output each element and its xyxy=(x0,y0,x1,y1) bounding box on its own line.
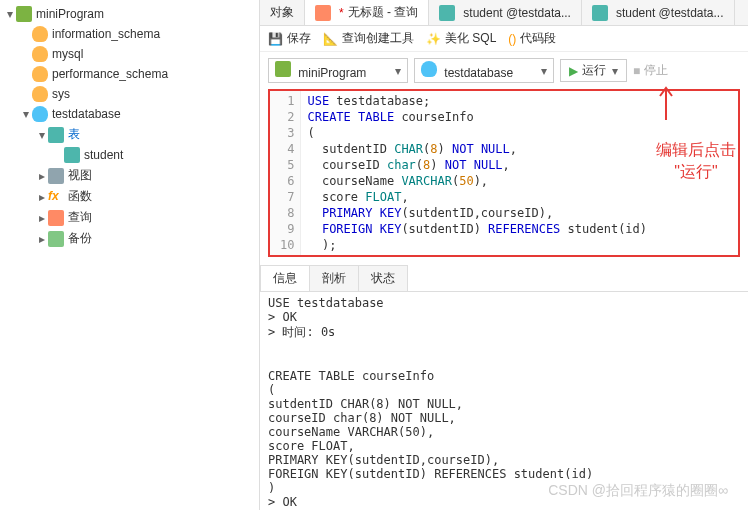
connection-tree: ▾miniProgram information_schema mysql pe… xyxy=(0,0,260,510)
table-icon xyxy=(439,5,455,21)
save-icon: 💾 xyxy=(268,32,283,46)
annotation-text: 编辑后点击"运行" xyxy=(656,139,736,183)
modified-indicator: * xyxy=(339,6,344,20)
fx-icon: fx xyxy=(48,189,64,205)
chevron-down-icon: ▾ xyxy=(541,64,547,78)
output-tabs: 信息 剖析 状态 xyxy=(260,265,748,292)
tab-table-student-2[interactable]: student @testdata... xyxy=(582,0,735,25)
run-button[interactable]: ▶运行▾ xyxy=(560,59,627,82)
tree-db[interactable]: sys xyxy=(0,84,259,104)
tree-backup-group[interactable]: ▸备份 xyxy=(0,228,259,249)
stop-icon: ■ xyxy=(633,64,640,78)
tree-db[interactable]: performance_schema xyxy=(0,64,259,84)
output-tab-profile[interactable]: 剖析 xyxy=(309,265,359,291)
output-panel[interactable]: USE testdatabase > OK > 时间: 0s CREATE TA… xyxy=(260,292,748,510)
tree-connection[interactable]: ▾miniProgram xyxy=(0,4,259,24)
output-tab-status[interactable]: 状态 xyxy=(358,265,408,291)
play-icon: ▶ xyxy=(569,64,578,78)
builder-icon: 📐 xyxy=(323,32,338,46)
line-gutter: 12345678910 xyxy=(270,91,301,255)
chevron-down-icon: ▾ xyxy=(612,64,618,78)
connection-icon xyxy=(275,61,291,77)
table-icon xyxy=(592,5,608,21)
tree-db[interactable]: information_schema xyxy=(0,24,259,44)
tab-query-untitled[interactable]: *无标题 - 查询 xyxy=(305,0,429,25)
tree-functions-group[interactable]: ▸fx函数 xyxy=(0,186,259,207)
tree-views-group[interactable]: ▸视图 xyxy=(0,165,259,186)
beautify-sql-button[interactable]: ✨美化 SQL xyxy=(426,30,496,47)
wand-icon: ✨ xyxy=(426,32,441,46)
output-tab-info[interactable]: 信息 xyxy=(260,265,310,291)
query-icon xyxy=(315,5,331,21)
tree-table-student[interactable]: student xyxy=(0,145,259,165)
connection-dropdown[interactable]: miniProgram▾ xyxy=(268,58,408,83)
chevron-down-icon: ▾ xyxy=(395,64,401,78)
snippet-icon: () xyxy=(508,32,516,46)
save-button[interactable]: 💾保存 xyxy=(268,30,311,47)
tree-db-open[interactable]: ▾testdatabase xyxy=(0,104,259,124)
tree-db[interactable]: mysql xyxy=(0,44,259,64)
sql-editor-highlighted: 编辑后点击"运行" 12345678910 USE testdatabase; … xyxy=(268,89,740,257)
query-toolbar: 💾保存 📐查询创建工具 ✨美化 SQL ()代码段 xyxy=(260,26,748,52)
tab-objects[interactable]: 对象 xyxy=(260,0,305,25)
tab-table-student-1[interactable]: student @testdata... xyxy=(429,0,582,25)
annotation-arrow xyxy=(656,82,676,122)
database-dropdown[interactable]: testdatabase▾ xyxy=(414,58,554,83)
snippet-button[interactable]: ()代码段 xyxy=(508,30,556,47)
tree-tables-group[interactable]: ▾表 xyxy=(0,124,259,145)
database-icon xyxy=(421,61,437,77)
editor-tabs: 对象 *无标题 - 查询 student @testdata... studen… xyxy=(260,0,748,26)
query-builder-button[interactable]: 📐查询创建工具 xyxy=(323,30,414,47)
stop-button: ■停止 xyxy=(633,62,668,79)
tree-queries-group[interactable]: ▸查询 xyxy=(0,207,259,228)
